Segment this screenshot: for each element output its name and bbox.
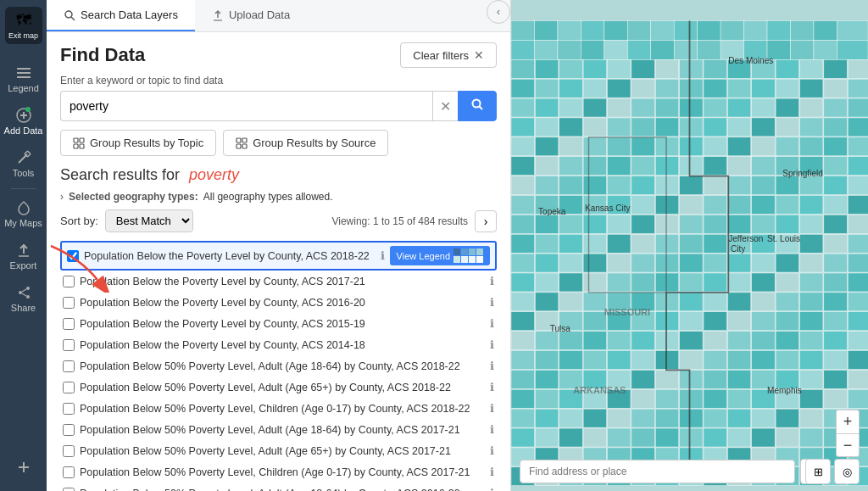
result-info-icon[interactable]: ℹ [490, 402, 494, 415]
result-info-icon[interactable]: ℹ [490, 466, 494, 478]
svg-rect-139 [632, 157, 654, 176]
svg-rect-268 [848, 312, 868, 331]
svg-rect-227 [583, 273, 606, 292]
svg-rect-181 [559, 215, 582, 233]
svg-rect-143 [727, 157, 750, 176]
tab-search-data-layers[interactable]: Search Data Layers [47, 0, 195, 31]
result-checkbox[interactable] [63, 424, 75, 436]
svg-rect-98 [727, 98, 750, 117]
svg-rect-173 [727, 195, 750, 214]
legend-cell [476, 248, 483, 255]
result-info-icon[interactable]: ℹ [490, 360, 494, 372]
svg-rect-83 [727, 79, 750, 98]
result-checkbox[interactable] [63, 276, 75, 287]
sort-label: Sort by: [60, 215, 98, 227]
svg-rect-313 [848, 370, 868, 388]
result-info-icon[interactable]: ℹ [490, 338, 494, 351]
sidebar-item-export[interactable]: Export [0, 235, 47, 277]
svg-rect-221 [799, 254, 822, 272]
svg-rect-252 [824, 293, 847, 311]
group-by-source-button[interactable]: Group Results by Source [223, 130, 388, 156]
data-panel: Search Data Layers Upload Data ‹ Find Da… [47, 0, 511, 491]
svg-rect-136 [559, 157, 582, 176]
svg-text:Tulsa: Tulsa [550, 324, 571, 333]
exit-map-button[interactable]: 🗺 Exit map [5, 7, 42, 44]
svg-rect-320 [655, 389, 678, 408]
svg-rect-311 [799, 370, 822, 388]
tab-upload-data[interactable]: Upload Data [195, 0, 307, 31]
svg-rect-141 [680, 157, 703, 176]
svg-rect-284 [511, 351, 534, 370]
search-input[interactable] [60, 91, 432, 121]
sidebar-item-zoom[interactable] [0, 452, 47, 484]
svg-rect-279 [752, 332, 775, 350]
result-info-icon[interactable]: ℹ [490, 444, 494, 457]
svg-rect-36 [674, 21, 697, 41]
search-clear-button[interactable]: ✕ [432, 91, 458, 121]
result-info-icon[interactable]: ℹ [490, 487, 494, 491]
map-extras: ⊞ ◎ [805, 459, 860, 484]
svg-rect-290 [655, 351, 678, 370]
zoom-in-button[interactable]: + [836, 410, 860, 433]
result-checkbox[interactable] [63, 297, 75, 309]
results-next-button[interactable]: › [475, 210, 497, 232]
result-checkbox[interactable] [63, 488, 75, 492]
result-checkbox[interactable] [63, 466, 75, 478]
view-legend-button[interactable]: View Legend [390, 246, 490, 265]
svg-rect-272 [583, 332, 606, 350]
svg-rect-352 [704, 428, 726, 447]
svg-rect-299 [511, 370, 534, 388]
svg-rect-39 [744, 21, 767, 41]
result-info-icon[interactable]: ℹ [490, 275, 494, 287]
sidebar-item-share[interactable]: Share [0, 277, 47, 320]
svg-rect-323 [727, 389, 750, 408]
result-info-icon[interactable]: ℹ [490, 296, 494, 309]
sort-select[interactable]: Best Match [105, 209, 193, 232]
svg-rect-45 [534, 40, 557, 59]
svg-rect-246 [680, 293, 703, 311]
sidebar-item-legend[interactable]: Legend [0, 58, 47, 100]
result-info-icon[interactable]: ℹ [490, 317, 494, 330]
map-search-input[interactable] [520, 460, 795, 483]
sidebar-item-add-data[interactable]: Add Data [0, 100, 47, 142]
svg-rect-135 [535, 157, 558, 176]
result-item: Population Below 50% Poverty Level, Chil… [60, 461, 497, 483]
result-checkbox[interactable] [63, 360, 75, 372]
search-input-label: Enter a keyword or topic to find data [60, 75, 497, 86]
result-checkbox[interactable] [63, 382, 75, 393]
result-checkbox[interactable] [63, 339, 75, 351]
group-by-topic-button[interactable]: Group Results by Topic [60, 130, 216, 156]
result-info-icon[interactable]: ℹ [490, 381, 494, 393]
svg-rect-175 [776, 195, 798, 214]
svg-rect-109 [632, 118, 654, 137]
result-checkbox[interactable] [63, 403, 75, 415]
result-info-icon[interactable]: ℹ [381, 249, 385, 262]
geo-chevron-icon[interactable]: › [60, 191, 64, 203]
svg-rect-266 [799, 312, 822, 331]
sidebar-item-my-maps[interactable]: My Maps [0, 192, 47, 235]
result-checkbox[interactable] [63, 445, 75, 457]
result-info-icon[interactable]: ℹ [490, 423, 494, 436]
svg-rect-96 [680, 98, 703, 117]
map-grid-button[interactable]: ⊞ [805, 459, 831, 484]
clear-filters-button[interactable]: Clear filters ✕ [400, 42, 497, 68]
panel-collapse-button[interactable]: ‹ [487, 0, 510, 24]
svg-point-10 [26, 295, 30, 299]
tools-icon [15, 149, 32, 166]
result-checkbox[interactable] [67, 250, 79, 262]
svg-text:Jefferson: Jefferson [728, 234, 763, 243]
zoom-out-button[interactable]: − [836, 433, 860, 457]
svg-rect-340 [776, 409, 798, 427]
svg-rect-208 [848, 234, 868, 253]
search-submit-icon [470, 98, 484, 111]
result-checkbox[interactable] [63, 318, 75, 330]
svg-rect-44 [511, 40, 534, 59]
svg-rect-194 [511, 234, 534, 253]
search-submit-button[interactable] [458, 91, 497, 121]
map-location-button[interactable]: ◎ [834, 459, 860, 484]
svg-rect-315 [535, 389, 558, 408]
result-label: Population Below 50% Poverty Level, Chil… [80, 403, 485, 415]
sidebar-item-tools[interactable]: Tools [0, 142, 47, 185]
legend-cell [453, 248, 460, 255]
svg-rect-341 [799, 409, 822, 427]
